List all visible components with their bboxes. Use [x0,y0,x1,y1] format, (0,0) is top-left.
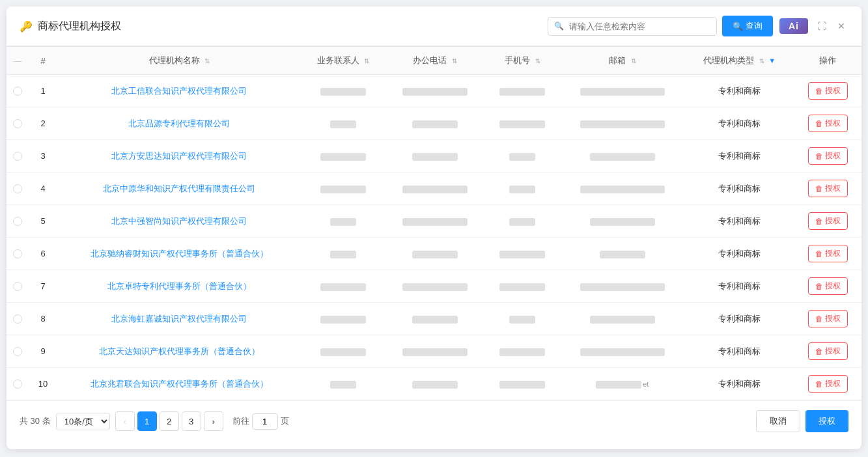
resize-button[interactable]: ⛶ [815,19,829,33]
row-radio-7[interactable] [7,270,29,303]
row-contact-10 [301,368,385,400]
page-3-button[interactable]: 3 [182,411,201,431]
row-name-7[interactable]: 北京卓特专利代理事务所（普通合伙） [57,270,301,303]
row-email-1 [560,75,685,107]
row-radio-9[interactable] [7,335,29,368]
row-email-6 [560,238,685,270]
goto-prefix: 前往 [232,415,249,427]
row-index-9: 9 [29,335,57,368]
col-email[interactable]: 邮箱 ⇅ [560,47,685,75]
row-action-7: 🗑 授权 [794,270,861,303]
grant-button-6[interactable]: 🗑 授权 [808,245,848,262]
row-action-3: 🗑 授权 [794,140,861,173]
row-mobile-5 [485,205,560,238]
table-row: 9 北京天达知识产权代理事务所（普通合伙） 专利和商标 🗑 授权 [7,335,861,368]
query-icon: 🔍 [733,21,743,31]
row-type-6: 专利和商标 [685,238,794,270]
next-page-button[interactable]: › [204,411,223,431]
grant-button-1[interactable]: 🗑 授权 [808,82,848,100]
grant-button-9[interactable]: 🗑 授权 [808,342,848,360]
goto-suffix: 页 [281,415,289,427]
col-type[interactable]: 代理机构类型 ⇅ ▼ [685,47,794,75]
row-name-9[interactable]: 北京天达知识产权代理事务所（普通合伙） [57,335,301,368]
table-header-row: — # 代理机构名称 ⇅ 业务联系人 ⇅ 办公电话 ⇅ 手机号 ⇅ [7,47,861,75]
grant-button-10[interactable]: 🗑 授权 [808,375,848,393]
grant-button-7[interactable]: 🗑 授权 [808,277,848,295]
row-radio-3[interactable] [7,140,29,173]
search-icon: 🔍 [554,21,564,31]
row-name-1[interactable]: 北京工信联合知识产权代理有限公司 [57,75,301,107]
row-name-3[interactable]: 北京方安思达知识产权代理有限公司 [57,140,301,173]
row-index-1: 1 [29,75,57,107]
grant-icon-5: 🗑 [815,217,823,226]
col-name[interactable]: 代理机构名称 ⇅ [57,47,301,75]
row-action-1: 🗑 授权 [794,75,861,107]
table-body: 1 北京工信联合知识产权代理有限公司 专利和商标 🗑 授权 2 北京品源专利代理… [7,75,861,400]
authorize-button[interactable]: 授权 [805,410,848,432]
data-table: — # 代理机构名称 ⇅ 业务联系人 ⇅ 办公电话 ⇅ 手机号 ⇅ [7,46,861,400]
row-action-9: 🗑 授权 [794,335,861,368]
row-name-4[interactable]: 北京中原华和知识产权代理有限责任公司 [57,173,301,205]
row-name-5[interactable]: 北京中强智尚知识产权代理有限公司 [57,205,301,238]
row-phone-9 [385,335,484,368]
row-name-10[interactable]: 北京兆君联合知识产权代理事务所（普通合伙） [57,368,301,400]
row-action-10: 🗑 授权 [794,368,861,400]
row-name-2[interactable]: 北京品源专利代理有限公司 [57,107,301,140]
query-button[interactable]: 🔍 查询 [722,16,773,36]
grant-icon-7: 🗑 [815,282,823,291]
row-radio-2[interactable] [7,107,29,140]
row-mobile-8 [485,303,560,335]
page-title: 商标代理机构授权 [38,20,121,33]
row-name-8[interactable]: 北京海虹嘉诚知识产权代理有限公司 [57,303,301,335]
page-1-button[interactable]: 1 [137,411,157,431]
row-type-2: 专利和商标 [685,107,794,140]
pagination-controls: ‹ 1 2 3 › [115,411,223,431]
row-radio-6[interactable] [7,238,29,270]
row-radio-8[interactable] [7,303,29,335]
col-mobile[interactable]: 手机号 ⇅ [485,47,560,75]
row-email-10: et [560,368,685,400]
row-contact-6 [301,238,385,270]
row-radio-4[interactable] [7,173,29,205]
row-radio-1[interactable] [7,75,29,107]
row-contact-7 [301,270,385,303]
table-row: 5 北京中强智尚知识产权代理有限公司 专利和商标 🗑 授权 [7,205,861,238]
search-area: 🔍 🔍 查询 [548,16,773,36]
row-type-7: 专利和商标 [685,270,794,303]
row-action-6: 🗑 授权 [794,238,861,270]
row-contact-9 [301,335,385,368]
sort-icon-type: ⇅ [759,57,764,64]
table-container: — # 代理机构名称 ⇅ 业务联系人 ⇅ 办公电话 ⇅ 手机号 ⇅ [7,46,861,400]
col-index: # [29,47,57,75]
page-2-button[interactable]: 2 [160,411,179,431]
grant-button-2[interactable]: 🗑 授权 [808,115,848,132]
row-mobile-7 [485,270,560,303]
row-radio-10[interactable] [7,368,29,400]
window-controls: ⛶ ✕ [815,19,848,33]
grant-button-4[interactable]: 🗑 授权 [808,180,848,197]
grant-icon-6: 🗑 [815,249,823,258]
search-input[interactable] [548,17,717,36]
close-button[interactable]: ✕ [834,19,848,33]
query-label: 查询 [746,20,763,32]
col-contact[interactable]: 业务联系人 ⇅ [301,47,385,75]
row-type-9: 专利和商标 [685,335,794,368]
grant-button-5[interactable]: 🗑 授权 [808,212,848,230]
row-phone-3 [385,140,484,173]
cancel-button[interactable]: 取消 [756,410,800,432]
row-name-6[interactable]: 北京驰纳睿财知识产权代理事务所（普通合伙） [57,238,301,270]
goto-input[interactable] [252,413,278,430]
row-mobile-9 [485,335,560,368]
row-email-5 [560,205,685,238]
grant-button-8[interactable]: 🗑 授权 [808,310,848,327]
per-page-select[interactable]: 10条/页 20条/页 50条/页 [56,413,110,430]
col-office-phone[interactable]: 办公电话 ⇅ [385,47,484,75]
row-type-5: 专利和商标 [685,205,794,238]
prev-page-button[interactable]: ‹ [115,411,135,431]
row-action-5: 🗑 授权 [794,205,861,238]
row-index-3: 3 [29,140,57,173]
row-radio-5[interactable] [7,205,29,238]
row-email-7 [560,270,685,303]
filter-icon-type: ▼ [768,57,776,64]
grant-button-3[interactable]: 🗑 授权 [808,147,848,165]
